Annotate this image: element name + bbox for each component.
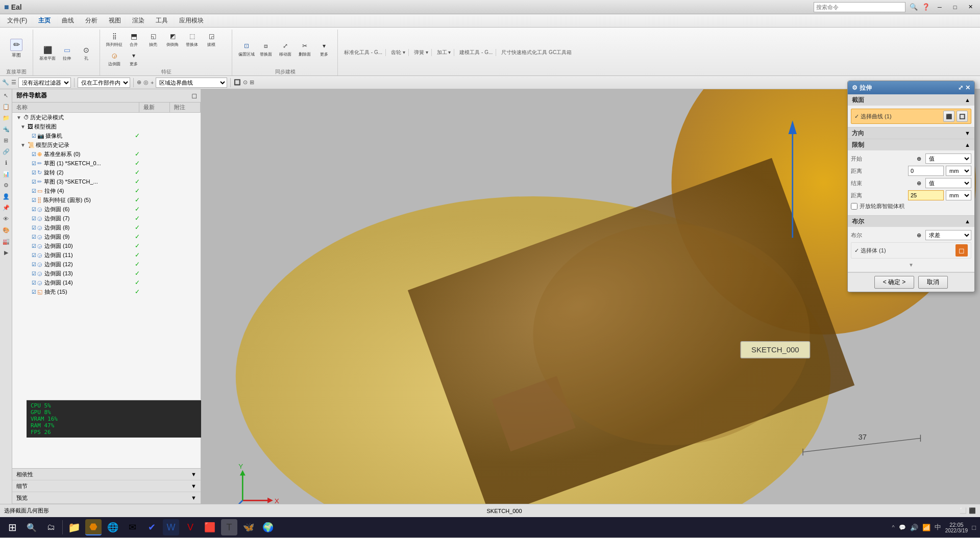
bool-header[interactable]: 布尔 ▲ — [848, 216, 974, 227]
notification-icon[interactable]: □ — [972, 524, 976, 531]
snap-select[interactable]: 区域边界曲线 — [156, 78, 227, 88]
menu-view[interactable]: 视图 — [104, 15, 126, 27]
extrude-button[interactable]: ▭ 拉伸 — [58, 43, 76, 62]
list-item[interactable]: ☑◶边倒圆 (12) ✓ — [12, 260, 201, 269]
taskbar-app-t[interactable]: T — [221, 519, 237, 535]
menu-tools[interactable]: 工具 — [151, 15, 173, 27]
list-item[interactable]: ☑◶边倒圆 (10) ✓ — [12, 241, 201, 250]
help-icon[interactable]: ❓ — [922, 3, 930, 11]
list-item[interactable]: ☑↻旋转 (2) ✓ — [12, 168, 201, 177]
maximize-button[interactable]: □ — [949, 3, 961, 12]
list-item[interactable]: ☑⣿陈列特征 (圆形) (5) ✓ — [12, 195, 201, 204]
section-header[interactable]: 截面 ▲ — [848, 94, 974, 106]
list-item[interactable]: ▼⏱历史记录模式 — [12, 113, 201, 122]
color-icon[interactable]: 🎨 — [1, 225, 11, 235]
delete-face-button[interactable]: ✂ 删除面 — [296, 39, 314, 58]
selection-icon[interactable]: ↖ — [1, 90, 11, 100]
list-item[interactable]: ☑◶边倒圆 (8) ✓ — [12, 223, 201, 232]
shell-button[interactable]: ◱ 抽壳 — [144, 30, 162, 48]
motion-icon[interactable]: ▶ — [1, 247, 11, 258]
taskbar-app-2[interactable]: ⬣ — [85, 519, 102, 535]
taskbar-app-edge[interactable]: 🌐 — [105, 519, 121, 535]
settings-icon[interactable]: ⚙ — [1, 180, 11, 190]
scope-select[interactable]: 仅在工作部件内 — [78, 78, 130, 88]
more-sync-button[interactable]: ▾ 更多 — [315, 39, 333, 58]
list-item[interactable]: ☑◶边倒圆 (9) ✓ — [12, 232, 201, 241]
curve-select-btn1[interactable]: ⬛ — [943, 111, 954, 122]
list-item[interactable]: ☑◶边倒圆 (11) ✓ — [12, 250, 201, 260]
accordion-preview-header[interactable]: 预览 ▼ — [12, 492, 201, 503]
start-type-select[interactable]: 值 — [925, 153, 971, 164]
array-feature-button[interactable]: ⣿ 阵列特征 — [105, 30, 124, 48]
taskview-button[interactable]: 🗂 — [43, 519, 59, 535]
direction-header[interactable]: 方向 ▼ — [848, 127, 974, 139]
more-feature-button[interactable]: ▾ 更多 — [125, 49, 143, 67]
minimize-button[interactable]: ─ — [934, 3, 945, 12]
menu-render[interactable]: 渲染 — [127, 15, 150, 27]
taskbar-app-todo[interactable]: ✔ — [143, 519, 160, 535]
start-unit-select[interactable]: mm — [946, 166, 971, 176]
offset-region-button[interactable]: ⊡ 偏置区域 — [237, 39, 256, 58]
taskbar-app-chrome[interactable]: 🌍 — [260, 519, 276, 535]
dialog-expand-icon[interactable]: ⤢ — [958, 84, 963, 91]
list-item[interactable]: ☑✏草图 (1) *SKETCH_0... ✓ — [12, 159, 201, 168]
layers-icon[interactable]: ⊞ — [1, 135, 11, 145]
visual-icon[interactable]: 👁 — [1, 214, 11, 224]
taskbar-app-1[interactable]: 📁 — [66, 519, 82, 535]
volume-icon[interactable]: 🔊 — [910, 524, 918, 531]
menu-file[interactable]: 文件(F) — [2, 15, 32, 27]
system-tray-expand[interactable]: ^ — [892, 524, 894, 530]
hole-button[interactable]: ⊙ 孔 — [77, 43, 95, 62]
start-button[interactable]: ⊞ — [4, 519, 20, 535]
network-icon[interactable]: 📶 — [922, 524, 930, 531]
list-item[interactable]: ▼📜模型历史记录 — [12, 140, 201, 149]
replace-face-button[interactable]: ⧈ 替换面 — [257, 39, 275, 58]
grid-toggle[interactable]: ⊞ — [250, 79, 254, 86]
chamfer-button[interactable]: ◩ 倒倒角 — [163, 30, 182, 48]
menu-analysis[interactable]: 分析 — [80, 15, 103, 27]
search-icon[interactable]: 🔍 — [910, 3, 918, 11]
menu-home[interactable]: 主页 — [33, 15, 56, 27]
end-unit-select[interactable]: mm — [946, 190, 971, 200]
list-item[interactable]: ☑✏草图 (3) *SKETCH_... ✓ — [12, 177, 201, 186]
mfg-icon[interactable]: 🏭 — [1, 236, 11, 246]
obj-properties-icon[interactable]: 📊 — [1, 169, 11, 179]
list-item[interactable]: ☑◱抽壳 (15) ✓ — [12, 287, 201, 296]
list-item[interactable]: ▼🖼模型视图 — [12, 122, 201, 131]
list-item[interactable]: ☑◶边倒圆 (7) ✓ — [12, 214, 201, 223]
accordion-detail-header[interactable]: 细节 ▼ — [12, 480, 201, 492]
pin-icon[interactable]: 📌 — [1, 202, 11, 213]
search-taskbar-button[interactable]: 🔍 — [23, 519, 40, 535]
sketch-button[interactable]: ✏ 草图 — [4, 33, 29, 64]
replace-body-button[interactable]: ⬚ 替换体 — [183, 30, 201, 48]
chat-icon[interactable]: 💬 — [899, 524, 906, 531]
fillet-button[interactable]: ◶ 边倒圆 — [105, 49, 124, 67]
taskbar-app-word[interactable]: W — [163, 519, 179, 535]
smart-volume-checkbox[interactable] — [851, 203, 857, 210]
taskbar-app-mail[interactable]: ✉ — [124, 519, 140, 535]
start-dist-input[interactable] — [908, 166, 944, 176]
dependency-icon[interactable]: 🔗 — [1, 146, 11, 157]
list-item[interactable]: ☑▭拉伸 (4) ✓ — [12, 186, 201, 195]
roles-icon[interactable]: 👤 — [1, 191, 11, 201]
menu-apps[interactable]: 应用模块 — [174, 15, 209, 27]
filter-select[interactable]: 没有远程过滤器 — [18, 78, 71, 88]
list-item[interactable]: ☑◶边倒圆 (6) ✓ — [12, 204, 201, 214]
move-face-button[interactable]: ⤢ 移动面 — [276, 39, 295, 58]
assembly-icon[interactable]: 🔩 — [1, 124, 11, 134]
taskbar-app-red[interactable]: 🟥 — [202, 519, 218, 535]
datum-plane-button[interactable]: ⬛ 基准平面 — [38, 43, 57, 62]
list-item[interactable]: ☑◶边倒圆 (13) ✓ — [12, 269, 201, 278]
snap-toggle[interactable]: ⊙ — [243, 79, 248, 86]
part-nav-icon[interactable]: 📁 — [1, 113, 11, 123]
taskbar-app-v[interactable]: V — [182, 519, 199, 535]
search-input[interactable] — [814, 2, 905, 12]
view-options[interactable]: 🔲 — [234, 79, 241, 86]
end-type-select[interactable]: 值 — [925, 178, 971, 188]
cancel-button[interactable]: 取消 — [918, 276, 948, 289]
limit-header[interactable]: 限制 ▲ — [848, 139, 974, 150]
accordion-dependency-header[interactable]: 相依性 ▼ — [12, 469, 201, 480]
bool-type-select[interactable]: 求差 — [925, 230, 971, 240]
info-icon[interactable]: ℹ — [1, 158, 11, 168]
clock[interactable]: 22:05 2022/3/19 — [945, 522, 968, 533]
